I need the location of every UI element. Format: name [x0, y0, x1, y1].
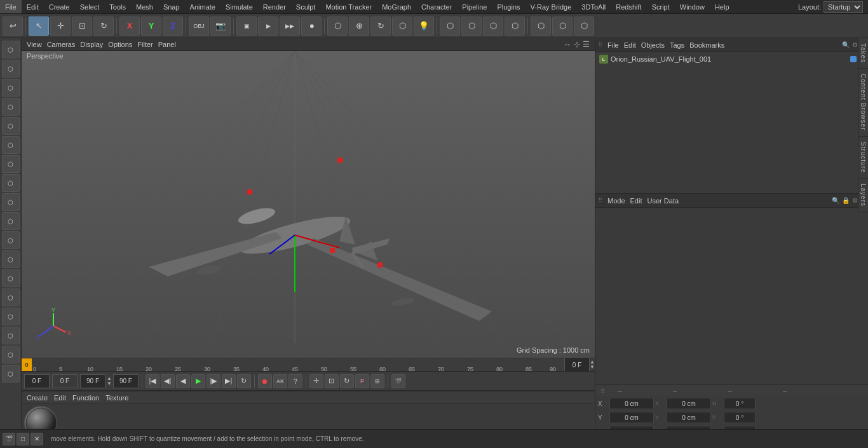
undo-button[interactable]: ↩ — [3, 17, 23, 36]
x-axis-button[interactable]: X — [119, 17, 140, 36]
cube-button[interactable]: ⬡ — [327, 17, 348, 36]
objects-menu-tags[interactable]: Tags — [670, 41, 684, 49]
menu-render[interactable]: Render — [258, 0, 291, 13]
y-axis-button[interactable]: Y — [141, 17, 161, 36]
bottom-icon-square[interactable]: □ — [17, 433, 29, 445]
sidebar-btn-6[interactable]: ⬡ — [2, 136, 20, 154]
scale-tool2-button[interactable]: ⊡ — [325, 374, 339, 388]
tab-content-browser[interactable]: Content Browser — [858, 69, 868, 136]
sidebar-btn-2[interactable]: ⬡ — [2, 60, 20, 78]
render-active-button[interactable]: ▶ — [258, 17, 278, 36]
record-button[interactable]: ⏺ — [258, 374, 272, 388]
array-button[interactable]: ⬡ — [552, 17, 573, 36]
sidebar-btn-3[interactable]: ⬡ — [2, 79, 20, 97]
timeline-ruler[interactable]: 0 5 10 15 20 25 30 35 40 45 50 55 60 65 … — [32, 358, 564, 371]
rotate-tool-button[interactable]: ↻ — [93, 17, 114, 36]
frame-end2-input[interactable] — [113, 374, 139, 388]
help-button[interactable]: ? — [288, 374, 302, 388]
coord-y-pos[interactable] — [609, 412, 654, 423]
menu-sculpt[interactable]: Sculpt — [291, 0, 321, 13]
goto-end-button[interactable]: ▶| — [222, 374, 236, 388]
attributes-menu-edit[interactable]: Edit — [630, 197, 642, 205]
objects-menu-objects[interactable]: Objects — [641, 41, 665, 49]
tab-structure[interactable]: Structure — [858, 137, 868, 179]
menu-mograph[interactable]: MoGraph — [377, 0, 416, 13]
menu-select[interactable]: Select — [75, 0, 105, 13]
rotate-tool2-button[interactable]: ↻ — [340, 374, 354, 388]
instance-button[interactable]: ⬡ — [574, 17, 594, 36]
play-button[interactable]: ▶ — [191, 374, 205, 388]
floor-button[interactable]: ⬡ — [461, 17, 482, 36]
coord-x-rot[interactable] — [667, 398, 711, 409]
sidebar-btn-5[interactable]: ⬡ — [2, 117, 20, 135]
menu-character[interactable]: Character — [416, 0, 457, 13]
timeline[interactable]: 0 0 5 10 15 20 25 30 35 40 45 50 55 — [22, 358, 595, 372]
attributes-menu-mode[interactable]: Mode — [607, 197, 625, 205]
deformer-button[interactable]: ↻ — [370, 17, 391, 36]
objects-search-icon[interactable]: 🔍 — [842, 41, 850, 48]
coord-x-pos[interactable] — [609, 398, 654, 409]
sidebar-btn-4[interactable]: ⬡ — [2, 98, 20, 116]
menu-edit[interactable]: Edit — [22, 0, 44, 13]
material-button[interactable]: ⬡ — [505, 17, 525, 36]
menu-pipeline[interactable]: Pipeline — [457, 0, 492, 13]
object-mode-button[interactable]: OBJ — [189, 17, 209, 36]
objects-menu-edit[interactable]: Edit — [624, 41, 636, 49]
viewport-menu-display[interactable]: Display — [80, 41, 103, 48]
sidebar-btn-14[interactable]: ⬡ — [2, 288, 20, 306]
attributes-menu-userdata[interactable]: User Data — [648, 197, 679, 205]
frame-start-input[interactable] — [24, 374, 50, 388]
layout-dropdown[interactable]: Startup — [824, 1, 863, 13]
viewport-menu-filter[interactable]: Filter — [137, 41, 153, 48]
axis-tool-button[interactable]: P — [355, 374, 369, 388]
menu-plugins[interactable]: Plugins — [492, 0, 525, 13]
goto-start-button[interactable]: |◀ — [146, 374, 159, 388]
record-button[interactable]: ⏺ — [301, 17, 322, 36]
sidebar-btn-18[interactable]: ⬡ — [2, 365, 20, 383]
attributes-lock-icon[interactable]: 🔒 — [842, 197, 850, 204]
menu-motion-tracker[interactable]: Motion Tracker — [320, 0, 377, 13]
sky-button[interactable]: ⬡ — [483, 17, 503, 36]
objects-menu-bookmarks[interactable]: Bookmarks — [689, 41, 724, 49]
menu-vray[interactable]: V-Ray Bridge — [526, 0, 577, 13]
viewport-corner-btn-1[interactable]: ↔ — [564, 40, 571, 49]
tab-layers[interactable]: Layers — [858, 179, 868, 212]
loop-button[interactable]: ↻ — [237, 374, 251, 388]
grid-button[interactable]: ⊞ — [370, 374, 384, 388]
menu-window[interactable]: Window — [675, 0, 710, 13]
menu-file[interactable]: File — [0, 0, 22, 13]
coord-y-rot[interactable] — [667, 412, 711, 423]
attributes-search-icon[interactable]: 🔍 — [832, 197, 839, 204]
sidebar-btn-16[interactable]: ⬡ — [2, 327, 20, 344]
play-backwards-button[interactable]: ◀ — [176, 374, 190, 388]
menu-script[interactable]: Script — [647, 0, 675, 13]
objects-settings-icon[interactable]: ⚙ — [852, 41, 858, 48]
object-row-uav[interactable]: L Orion_Russian_UAV_Flight_001 — [597, 53, 867, 65]
sidebar-btn-13[interactable]: ⬡ — [2, 269, 20, 287]
move-tool2-button[interactable]: ✛ — [309, 374, 323, 388]
scale-tool-button[interactable]: ⊡ — [72, 17, 92, 36]
coord-y-deg[interactable] — [724, 412, 756, 423]
camera2-button[interactable]: ⬡ — [392, 17, 412, 36]
tab-takes[interactable]: Takes — [858, 38, 868, 69]
autokey-button[interactable]: AK — [273, 374, 287, 388]
menu-simulate[interactable]: Simulate — [220, 0, 258, 13]
frame-end-arrows[interactable]: ▲ ▼ — [107, 376, 112, 386]
viewport-menu-panel[interactable]: Panel — [158, 41, 176, 48]
menu-snap[interactable]: Snap — [158, 0, 185, 13]
viewport-menu-view[interactable]: View — [27, 41, 42, 48]
material-menu-texture[interactable]: Texture — [105, 394, 128, 402]
attributes-settings-icon[interactable]: ⚙ — [852, 197, 858, 204]
camera-button[interactable]: 📷 — [210, 17, 231, 36]
z-axis-button[interactable]: Z — [163, 17, 183, 36]
select-tool-button[interactable]: ↖ — [29, 17, 49, 36]
sidebar-btn-1[interactable]: ⬡ — [2, 41, 20, 58]
sidebar-btn-15[interactable]: ⬡ — [2, 308, 20, 325]
boole-button[interactable]: ⬡ — [531, 17, 551, 36]
sidebar-btn-11[interactable]: ⬡ — [2, 231, 20, 249]
current-frame-input[interactable] — [564, 358, 590, 372]
sidebar-btn-9[interactable]: ⬡ — [2, 193, 20, 211]
menu-animate[interactable]: Animate — [185, 0, 220, 13]
next-frame-button[interactable]: |▶ — [207, 374, 220, 388]
menu-redshift[interactable]: Redshift — [611, 0, 646, 13]
